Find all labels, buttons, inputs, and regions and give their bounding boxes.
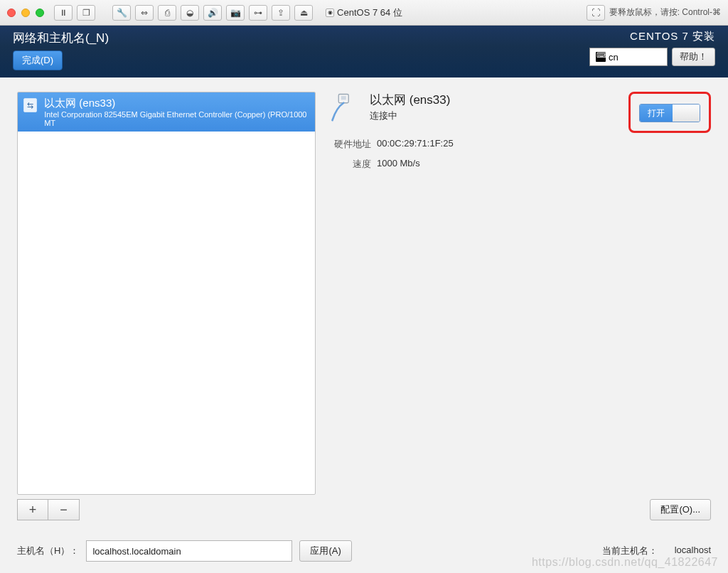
printer-icon[interactable]: ⎙ — [158, 5, 176, 21]
remove-nic-button[interactable]: − — [48, 499, 80, 520]
close-window-button[interactable] — [7, 9, 16, 17]
pause-icon[interactable]: ⏸ — [54, 5, 73, 21]
done-button[interactable]: 完成(D) — [13, 50, 63, 70]
wrench-icon[interactable]: 🔧 — [112, 5, 131, 21]
vm-name: CentOS 7 64 位 — [337, 6, 402, 19]
eject-icon[interactable]: ⏏ — [294, 5, 313, 21]
nic-list-buttons: + − — [17, 499, 316, 520]
svg-rect-1 — [341, 96, 346, 100]
toggle-highlight: 打开 — [628, 92, 711, 133]
body-area: ⇆ 以太网 (ens33) Intel Corporation 82545EM … — [0, 77, 728, 573]
connection-toggle[interactable]: 打开 — [639, 104, 700, 122]
resize-icon[interactable]: ⇔ — [135, 5, 154, 21]
toggle-on-label: 打开 — [640, 105, 673, 122]
nic-list: ⇆ 以太网 (ens33) Intel Corporation 82545EM … — [17, 92, 316, 495]
nic-name: 以太网 (ens33) — [44, 97, 308, 110]
install-brand: CENTOS 7 安装 — [630, 30, 715, 43]
nic-desc: Intel Corporation 82545EM Gigabit Ethern… — [44, 110, 308, 127]
camera-icon[interactable]: 📷 — [226, 5, 245, 21]
page-title: 网络和主机名(_N) — [13, 30, 109, 46]
hostname-input[interactable] — [86, 540, 292, 562]
detail-nic-name: 以太网 (ens33) — [370, 92, 450, 108]
zoom-window-button[interactable] — [36, 9, 44, 17]
window-traffic-lights — [7, 9, 44, 17]
keyboard-icon — [596, 52, 606, 62]
hostname-label: 主机名（H）： — [17, 545, 79, 557]
fullscreen-icon[interactable]: ⛶ — [587, 5, 605, 21]
speed-value: 1000 Mb/s — [377, 158, 420, 171]
toolbar-left-group: ⏸ ❐ — [54, 5, 95, 21]
hwaddr-value: 00:0C:29:71:1F:25 — [377, 138, 454, 151]
add-nic-button[interactable]: + — [17, 499, 48, 520]
nic-detail-column: 以太网 (ens33) 连接中 打开 硬件地址 00:0C:29:71:1F:2… — [330, 92, 711, 520]
cd-icon: ◉ — [326, 9, 334, 17]
keyboard-indicator[interactable]: cn — [589, 48, 668, 66]
hostname-row: 主机名（H）： 应用(A) 当前主机名： localhost — [17, 540, 711, 562]
hwaddr-label: 硬件地址 — [330, 138, 371, 151]
speed-label: 速度 — [330, 158, 371, 171]
ethernet-icon: ⇆ — [23, 98, 37, 112]
toolbar-device-group: 🔧 ⇔ ⎙ ◒ 🔊 📷 ⊶ ⇪ ⏏ — [112, 5, 313, 21]
nic-spec-rows: 硬件地址 00:0C:29:71:1F:25 速度 1000 Mb/s — [330, 138, 711, 178]
keyboard-layout: cn — [609, 52, 619, 63]
disk-icon[interactable]: ◒ — [181, 5, 199, 21]
snapshot-icon[interactable]: ❐ — [77, 5, 95, 21]
current-hostname-label: 当前主机名： — [602, 545, 658, 557]
toggle-off-side — [673, 105, 700, 122]
apply-button[interactable]: 应用(A) — [299, 540, 351, 562]
nic-left-column: ⇆ 以太网 (ens33) Intel Corporation 82545EM … — [17, 92, 316, 520]
ethernet-plug-icon — [330, 92, 360, 122]
installer-header: 网络和主机名(_N) 完成(D) CENTOS 7 安装 cn 帮助！ — [0, 26, 728, 77]
release-mouse-hint: 要释放鼠标，请按: Control-⌘ — [609, 6, 721, 18]
sound-icon[interactable]: 🔊 — [203, 5, 222, 21]
configure-button[interactable]: 配置(O)... — [650, 499, 711, 520]
help-button[interactable]: 帮助！ — [672, 48, 715, 66]
vm-titlebar: ⏸ ❐ 🔧 ⇔ ⎙ ◒ 🔊 📷 ⊶ ⇪ ⏏ ◉ CentOS 7 64 位 ⛶ … — [0, 0, 728, 26]
detail-status: 连接中 — [370, 109, 450, 122]
share-icon[interactable]: ⇪ — [272, 5, 290, 21]
current-hostname-value: localhost — [675, 545, 711, 557]
minimize-window-button[interactable] — [21, 9, 30, 17]
nic-list-item[interactable]: ⇆ 以太网 (ens33) Intel Corporation 82545EM … — [18, 92, 315, 132]
usb-icon[interactable]: ⊶ — [249, 5, 267, 21]
